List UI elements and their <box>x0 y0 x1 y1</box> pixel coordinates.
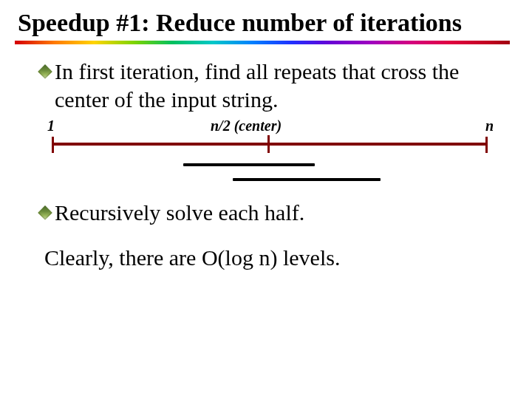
label-left: 1 <box>47 117 55 134</box>
repeat-segment-a <box>183 163 315 166</box>
slide-body: In first iteration, find all repeats tha… <box>18 44 517 272</box>
label-center: n/2 (center) <box>211 117 282 134</box>
closing-text: Clearly, there are O(log n) levels. <box>44 243 510 272</box>
bullet-1-text: In first iteration, find all repeats tha… <box>55 58 510 113</box>
bullet-1: In first iteration, find all repeats tha… <box>40 58 510 113</box>
diamond-icon <box>38 205 52 220</box>
diamond-icon <box>38 64 52 79</box>
bullet-2: Recursively solve each half. <box>40 199 510 227</box>
string-diagram: 1 n/2 (center) n <box>44 117 502 199</box>
bullet-2-text: Recursively solve each half. <box>55 199 304 227</box>
slide-title: Speedup #1: Reduce number of iterations <box>18 9 517 36</box>
label-right: n <box>485 117 494 134</box>
tick-center <box>267 135 270 153</box>
tick-left <box>52 137 54 153</box>
tick-right <box>485 137 488 153</box>
slide: Speedup #1: Reduce number of iterations … <box>0 0 532 399</box>
axis-line <box>52 143 488 146</box>
repeat-segment-b <box>233 178 381 181</box>
